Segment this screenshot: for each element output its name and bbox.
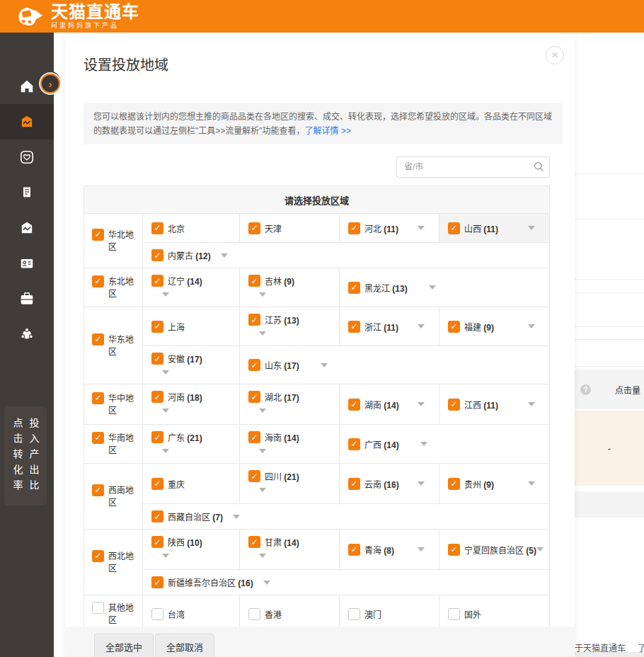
province-cell[interactable]: 四川 (21) [240,464,340,503]
province-cell[interactable]: 甘肃 (14) [240,530,340,569]
help-icon[interactable]: ? [580,384,591,395]
region-checkbox[interactable] [348,608,360,620]
region-checkbox[interactable] [448,478,460,490]
cancel-all-button[interactable]: 全部取消 [155,634,214,657]
dropdown-caret-icon[interactable] [418,226,425,230]
dropdown-caret-icon[interactable] [528,324,535,328]
region-checkbox[interactable] [151,608,163,620]
province-cell[interactable]: 重庆 [143,464,240,503]
region-checkbox[interactable] [348,478,360,490]
province-cell[interactable]: 海南 (14) [240,425,340,463]
region-checkbox[interactable] [151,391,163,403]
province-cell[interactable]: 福建 (9) [439,307,549,345]
sidebar-item-tools[interactable] [0,281,54,316]
region-checkbox[interactable] [151,510,163,522]
dropdown-caret-icon[interactable] [536,547,544,552]
region-checkbox[interactable] [92,392,104,404]
dropdown-caret-icon[interactable] [420,442,427,446]
region-checkbox[interactable] [348,438,360,450]
select-all-button[interactable]: 全部选中 [94,634,154,657]
dropdown-caret-icon[interactable] [418,324,425,328]
province-cell[interactable]: 广西 (14) [340,425,549,463]
province-search-input[interactable] [396,156,550,178]
province-cell[interactable]: 贵州 (9) [439,464,549,503]
dropdown-caret-icon[interactable] [162,409,169,413]
dropdown-caret-icon[interactable] [162,449,169,453]
dropdown-caret-icon[interactable] [259,409,266,413]
province-cell[interactable]: 内蒙古 (12) [143,243,549,268]
dropdown-caret-icon[interactable] [259,331,266,336]
province-cell[interactable]: 河南 (18) [143,384,240,424]
province-cell[interactable]: 广东 (21) [143,425,240,463]
region-checkbox[interactable] [151,222,163,234]
dropdown-caret-icon[interactable] [429,285,436,290]
region-checkbox[interactable] [92,484,104,496]
learn-more-link[interactable]: 了解详情 >> [305,126,351,136]
dropdown-caret-icon[interactable] [528,226,535,230]
sidebar-item-report[interactable] [0,175,54,210]
sidebar-item-home[interactable] [0,69,54,104]
province-cell[interactable]: 山东 (17) [240,346,549,384]
dropdown-caret-icon[interactable] [418,547,425,552]
region-checkbox[interactable] [248,470,260,482]
dropdown-caret-icon[interactable] [259,488,266,492]
dropdown-caret-icon[interactable] [259,449,266,453]
region-group-cell[interactable]: 西北地区 [84,530,143,595]
region-checkbox[interactable] [151,576,163,588]
region-checkbox[interactable] [448,544,460,556]
dropdown-caret-icon[interactable] [259,292,266,297]
province-cell[interactable]: 湖北 (17) [240,384,340,424]
dropdown-caret-icon[interactable] [162,554,169,558]
region-checkbox[interactable] [151,321,163,333]
dropdown-caret-icon[interactable] [528,402,535,406]
dropdown-caret-icon[interactable] [162,370,169,375]
dropdown-caret-icon[interactable] [162,292,169,297]
region-checkbox[interactable] [348,321,360,333]
region-checkbox[interactable] [248,608,260,620]
search-icon[interactable] [534,161,544,172]
region-checkbox[interactable] [348,222,360,234]
dropdown-caret-icon[interactable] [233,515,240,519]
region-group-cell[interactable]: 西南地区 [84,464,143,529]
sidebar-item-account[interactable] [0,246,54,281]
sidebar-item-favorites[interactable] [0,139,54,175]
province-cell[interactable]: 湖南 (14) [340,384,439,424]
region-checkbox[interactable] [248,275,260,287]
region-checkbox[interactable] [248,391,260,403]
region-checkbox[interactable] [151,353,163,365]
region-checkbox[interactable] [248,359,260,371]
region-checkbox[interactable] [92,550,104,562]
province-cell[interactable]: 陕西 (10) [143,530,240,569]
province-cell[interactable]: 河北 (11) [340,214,439,242]
region-checkbox[interactable] [248,536,260,548]
province-cell[interactable]: 江苏 (13) [240,307,340,345]
province-cell[interactable]: 安徽 (17) [143,346,240,384]
province-cell[interactable]: 云南 (16) [340,464,439,503]
province-cell[interactable]: 山西 (11) [439,214,549,242]
dropdown-caret-icon[interactable] [528,481,535,486]
region-checkbox[interactable] [248,314,260,326]
province-cell[interactable]: 北京 [143,214,240,242]
region-checkbox[interactable] [92,333,104,345]
region-checkbox[interactable] [151,478,163,490]
dropdown-caret-icon[interactable] [259,554,266,558]
region-checkbox[interactable] [248,222,260,234]
sidebar-item-community[interactable] [0,316,54,352]
dropdown-caret-icon[interactable] [418,481,425,486]
province-cell[interactable]: 上海 [143,307,240,345]
region-group-cell[interactable]: 东北地区 [84,268,143,307]
province-cell[interactable]: 青海 (8) [340,530,439,569]
sidebar-item-campaign[interactable] [0,104,54,139]
region-checkbox[interactable] [151,275,163,287]
region-checkbox[interactable] [151,249,163,261]
province-cell[interactable]: 江西 (11) [439,384,549,424]
region-checkbox[interactable] [151,536,163,548]
region-group-cell[interactable]: 华南地区 [84,425,143,463]
province-cell[interactable]: 辽宁 (14) [143,268,240,307]
region-checkbox[interactable] [92,602,104,614]
region-group-cell[interactable]: 华北地区 [84,214,143,268]
province-cell[interactable]: 黑龙江 (13) [340,268,549,307]
region-checkbox[interactable] [448,222,460,234]
province-cell[interactable]: 吉林 (9) [240,268,340,307]
province-cell[interactable]: 浙江 (11) [340,307,439,345]
